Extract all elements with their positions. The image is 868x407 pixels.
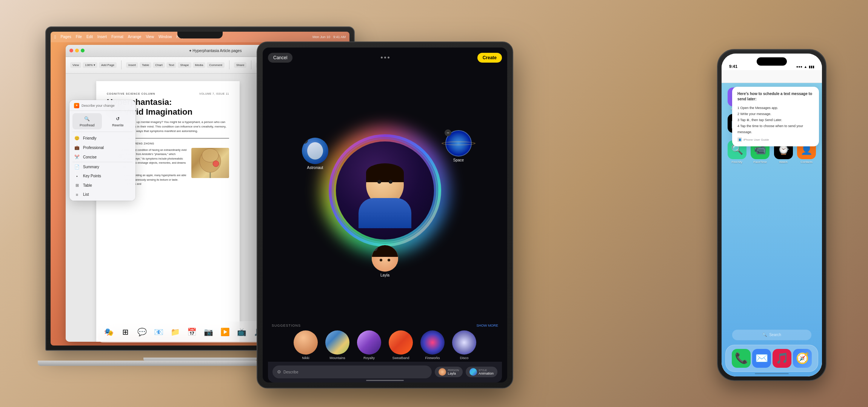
ipad-bottom-bar: ⚙ Describe PERSON Layla STYLE [268, 362, 502, 382]
professional-label: Professional [83, 146, 104, 150]
wt-list[interactable]: ≡ List [69, 190, 135, 199]
summary-label: Summary [83, 165, 99, 169]
iphone-search-bar[interactable]: 🔍 Search [732, 330, 811, 340]
writing-tools-icon: ✦ [74, 103, 79, 108]
macbook-notch [177, 32, 223, 38]
ipad-create-button[interactable]: Create [477, 53, 502, 63]
nikki-label: Nikki [302, 356, 309, 360]
suggestion-sweatband[interactable]: Sweatband [389, 330, 413, 360]
eye-left [377, 180, 381, 184]
layla-avatar-image: − [372, 245, 398, 272]
toolbar-separator-3 [251, 60, 251, 69]
ipad-home-indicator [366, 380, 404, 381]
toolbar-table[interactable]: Table [140, 62, 151, 68]
source-label: iPhone User Guide [743, 138, 769, 141]
ipad-style-chip[interactable]: STYLE Animation [466, 367, 497, 377]
rewrite-tab[interactable]: ↺ Rewrite [103, 113, 133, 129]
dock-facetime[interactable]: ▶️ [217, 324, 232, 339]
concise-label: Concise [83, 155, 97, 159]
toolbar-view[interactable]: View [70, 62, 81, 68]
layla-eye-l [380, 259, 382, 261]
apple-menu-icon[interactable]:  [54, 34, 56, 40]
search-icon: 🔍 [762, 333, 767, 337]
suggestion-disco[interactable]: Disco [452, 330, 476, 360]
space-remove-btn[interactable]: − [445, 129, 451, 136]
suggestions-row: Nikki Mountains Royalty Sweatband [268, 330, 502, 360]
menu-date: Mon Jun 10 [312, 35, 330, 39]
dock-music[interactable]: 🎵 [773, 349, 791, 368]
menu-file[interactable]: File [76, 35, 82, 39]
wt-table[interactable]: ⊞ Table [69, 181, 135, 190]
dock-finder[interactable]: 🎭 [101, 324, 116, 339]
dock-mail[interactable]: ✉️ [752, 349, 771, 368]
ipad-cancel-button[interactable]: Cancel [268, 53, 292, 63]
suggestion-fireworks[interactable]: Fireworks [420, 330, 445, 360]
wt-summary[interactable]: 📄 Summary [69, 162, 135, 172]
menu-edit[interactable]: Edit [86, 35, 93, 39]
ipad-dot-2 [384, 57, 386, 58]
fullscreen-button[interactable] [81, 49, 85, 52]
toolbar-share-group: Share [234, 62, 246, 68]
toolbar-comment[interactable]: Comment [207, 62, 225, 68]
proofread-tab[interactable]: 🔍 Proofread [72, 113, 102, 129]
dock-appletv[interactable]: 📺 [234, 324, 249, 339]
doc-body-image [191, 148, 229, 178]
wt-professional[interactable]: 💼 Professional [69, 143, 135, 152]
wifi-icon: ▲ [804, 65, 807, 69]
toolbar-add-page[interactable]: Add Page [99, 62, 117, 68]
dock-photos[interactable]: 📷 [201, 324, 216, 339]
dock-calendar[interactable]: 📅 [184, 324, 199, 339]
toolbar-insert[interactable]: Insert [126, 62, 138, 68]
show-more-button[interactable]: SHOW MORE [477, 324, 499, 327]
menu-pages[interactable]: Pages [60, 35, 71, 39]
dock-safari[interactable]: 🧭 [793, 349, 812, 368]
toolbar-chart[interactable]: Chart [153, 62, 165, 68]
sweatband-thumb [389, 330, 413, 355]
layla-eyes [380, 259, 390, 261]
dock-messages[interactable]: 💬 [134, 324, 149, 339]
dock-launchpad[interactable]: ⊞ [118, 324, 133, 339]
ipad-person-chip[interactable]: PERSON Layla [435, 367, 463, 377]
key-points-label: Key Points [83, 174, 101, 178]
minimize-button[interactable] [75, 49, 79, 52]
concise-icon: ✂️ [74, 155, 80, 160]
layla-avatar-container: − Layl [372, 245, 398, 277]
ipad-describe-input[interactable]: ⚙ Describe [272, 366, 432, 378]
ipad-navigation-dots [381, 57, 389, 58]
dock-files[interactable]: 📁 [168, 324, 183, 339]
step-1: 1 Open the Messages app. [737, 105, 814, 111]
rewrite-label: Rewrite [112, 123, 124, 127]
suggestion-mountains[interactable]: Mountains [325, 330, 349, 360]
suggestion-nikki[interactable]: Nikki [294, 330, 318, 360]
style-label: STYLE [479, 369, 494, 372]
menu-arrange[interactable]: Arrange [128, 35, 142, 39]
watch-label: Watch [779, 160, 788, 164]
toolbar-share[interactable]: Share [234, 62, 246, 68]
toolbar-media[interactable]: Media [193, 62, 206, 68]
close-button[interactable] [69, 49, 73, 52]
astronaut-remove-btn[interactable]: − [302, 138, 308, 144]
menu-format[interactable]: Format [111, 35, 123, 39]
wt-concise[interactable]: ✂️ Concise [69, 152, 135, 162]
doc-body-image-inner [191, 148, 229, 178]
dock-mail[interactable]: 📧 [151, 324, 166, 339]
iphone-time: 9:41 [729, 64, 737, 69]
toolbar-shape[interactable]: Shape [178, 62, 191, 68]
dock-phone[interactable]: 📞 [732, 349, 751, 368]
wt-key-points[interactable]: • Key Points [69, 172, 135, 181]
describe-placeholder: Describe [283, 370, 298, 374]
ipad-screen: Cancel Create [263, 48, 507, 382]
layla-label: Layla [380, 273, 389, 277]
iphone-home-bg: 🎙 Podcasts 📚 Books 📰 News [722, 83, 822, 376]
menu-insert[interactable]: Insert [97, 35, 107, 39]
toolbar-text[interactable]: Text [166, 62, 177, 68]
notification-intro: Here's how to schedule a text message to… [737, 91, 814, 102]
suggestion-royalty[interactable]: Royalty [357, 330, 381, 360]
writing-tools-header: ✦ Describe your change [69, 100, 135, 111]
menu-window[interactable]: Window [159, 35, 172, 39]
pages-doc-area: COGNITIVE SCIENCE COLUMN VOLUME 7, ISSUE… [66, 74, 270, 342]
toolbar-zoom[interactable]: 136% ▾ [83, 62, 97, 68]
search-placeholder: Search [769, 333, 781, 337]
menu-view[interactable]: View [146, 35, 154, 39]
wt-friendly[interactable]: 😊 Friendly [69, 134, 135, 143]
